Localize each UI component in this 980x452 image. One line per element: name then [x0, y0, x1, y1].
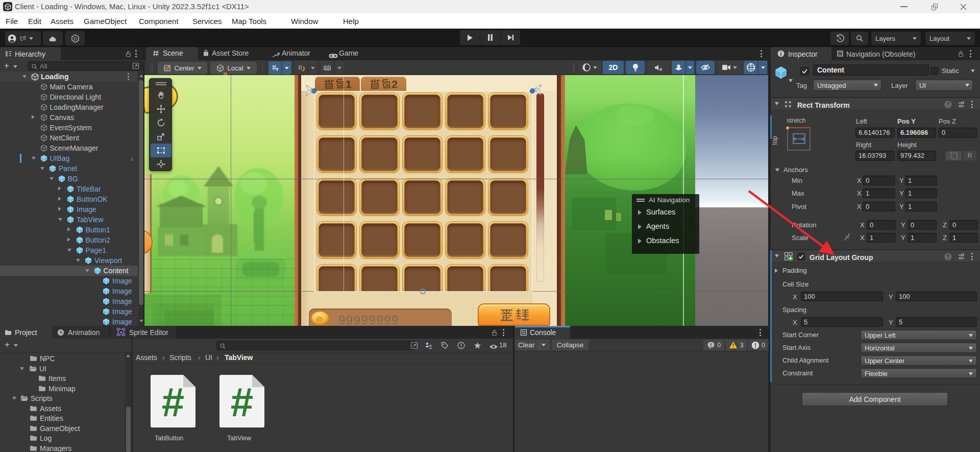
svg-text:Y: Y	[276, 67, 279, 72]
svg-text:?: ?	[946, 254, 949, 259]
svg-text:D: D	[74, 36, 77, 41]
svg-text:?: ?	[946, 102, 949, 107]
